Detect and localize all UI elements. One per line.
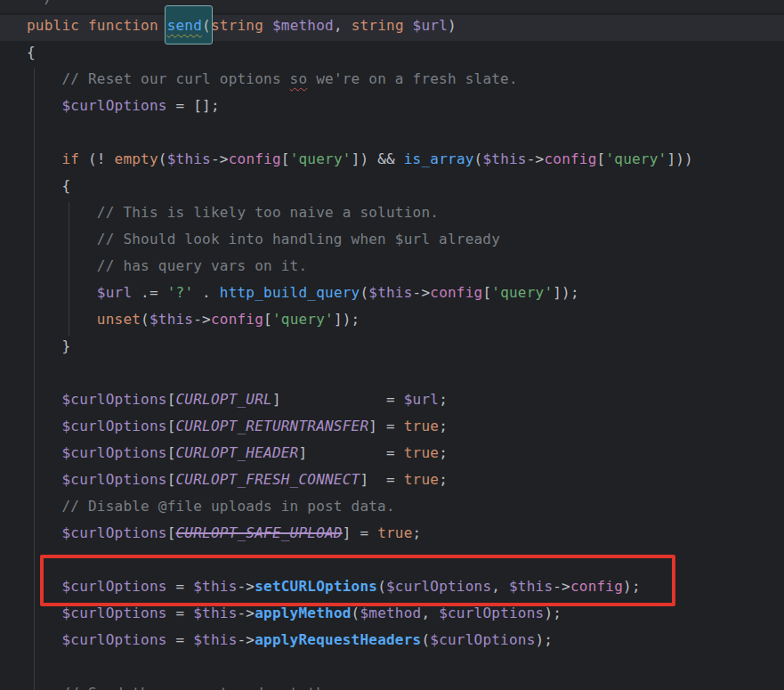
- token-pun: ]) &&: [352, 150, 404, 167]
- token-pun: [27, 150, 61, 167]
- code-line[interactable]: // Disable @file uploads in post data.: [27, 493, 693, 520]
- code-line[interactable]: $curlOptions = [];: [27, 93, 693, 119]
- token-pun: {: [27, 177, 70, 194]
- token-var: $url: [413, 17, 448, 34]
- token-pun: ->: [211, 150, 229, 167]
- token-pun: ->: [193, 311, 211, 328]
- token-pun: .: [193, 284, 220, 301]
- token-pun: ->: [553, 578, 570, 595]
- token-pun: (: [158, 150, 167, 167]
- code-line[interactable]: {: [27, 39, 693, 66]
- code-line[interactable]: unset($this->config['query']);: [27, 306, 693, 333]
- code-line[interactable]: public function send(string $method, str…: [27, 12, 693, 39]
- token-pun: [27, 97, 61, 114]
- code-line[interactable]: // Send the request and get the response…: [27, 680, 693, 690]
- code-line[interactable]: [27, 119, 693, 146]
- code-editor[interactable]: */public function send(string $method, s…: [0, 0, 784, 690]
- token-pun: [404, 17, 413, 34]
- code-line[interactable]: // This is likely too naive a solution.: [27, 199, 693, 226]
- token-str: 'query': [272, 311, 334, 328]
- token-pun: (: [474, 150, 483, 167]
- code-line[interactable]: [27, 653, 693, 680]
- token-kw: empty: [115, 150, 158, 167]
- token-pun: [: [263, 311, 272, 328]
- token-pun: [27, 444, 61, 461]
- token-str: 'query': [491, 284, 553, 301]
- token-const: CURLOPT_HEADER: [176, 444, 299, 461]
- token-const: CURLOPT_FRESH_CONNECT: [176, 471, 360, 488]
- code-content[interactable]: */public function send(string $method, s…: [27, 0, 693, 690]
- code-line[interactable]: [27, 360, 693, 386]
- code-line[interactable]: $curlOptions = $this->applyMethod($metho…: [27, 600, 693, 627]
- token-str: 'query': [290, 150, 352, 167]
- token-var: $curlOptions: [439, 605, 544, 621]
- token-pun: ] =: [368, 418, 403, 434]
- token-var: $curlOptions: [61, 631, 166, 648]
- token-var: $this: [482, 150, 526, 167]
- token-pun: [: [167, 391, 176, 408]
- token-var: $curlOptions: [61, 418, 166, 434]
- token-pun: ;: [439, 391, 448, 408]
- token-pun: [27, 498, 61, 515]
- code-line[interactable]: // Should look into handling when $url a…: [27, 226, 693, 253]
- token-pun: (: [141, 311, 150, 328]
- code-line[interactable]: // Reset our curl options so we're on a …: [27, 66, 693, 93]
- token-var: $url: [97, 284, 132, 301]
- token-prop: config: [211, 311, 263, 328]
- token-pun: ->: [237, 578, 255, 595]
- token-pun: ,: [334, 17, 352, 34]
- token-pun: ]);: [553, 284, 579, 301]
- identifier-selection-box: send(: [167, 12, 211, 39]
- token-kw: string: [352, 17, 404, 34]
- token-const: CURLOPT_RETURNTRANSFER: [176, 418, 369, 434]
- token-pun: );: [544, 605, 562, 621]
- code-line[interactable]: {: [27, 173, 693, 199]
- token-com: // has query vars on it.: [97, 257, 307, 274]
- token-prop: config: [430, 284, 482, 301]
- code-line[interactable]: [27, 547, 693, 573]
- token-var: $curlOptions: [61, 578, 166, 595]
- token-str: 'query': [605, 150, 667, 167]
- token-var: $curlOptions: [61, 97, 166, 114]
- code-line[interactable]: }: [27, 333, 693, 360]
- token-var: $method: [360, 605, 421, 621]
- token-pun: ,: [491, 578, 509, 595]
- code-line[interactable]: $curlOptions[CURLOPT_SAFE_UPLOAD] = true…: [27, 520, 693, 547]
- code-line[interactable]: $curlOptions = $this->setCURLOptions($cu…: [27, 573, 693, 600]
- token-pun: [27, 257, 97, 274]
- token-pun: ->: [237, 631, 255, 648]
- token-com: // This is likely too naive a solution.: [97, 204, 439, 221]
- token-pun: [: [167, 471, 176, 488]
- token-pun: (: [360, 284, 368, 301]
- token-pun: = [];: [167, 97, 220, 114]
- code-line[interactable]: if (! empty($this->config['query']) && i…: [27, 146, 693, 173]
- token-pun: [: [167, 418, 176, 434]
- token-pun: [27, 685, 61, 690]
- code-line[interactable]: $curlOptions[CURLOPT_RETURNTRANSFER] = t…: [27, 413, 693, 440]
- code-line[interactable]: $curlOptions = $this->applyRequestHeader…: [27, 627, 693, 653]
- code-line[interactable]: // has query vars on it.: [27, 253, 693, 280]
- token-pun: (: [421, 631, 430, 648]
- token-pun: ] =: [360, 471, 403, 488]
- code-line[interactable]: $curlOptions[CURLOPT_URL] = $url;: [27, 386, 693, 413]
- token-pun: (: [377, 578, 386, 595]
- token-pun: =: [167, 605, 194, 621]
- token-com: we're on a fresh slate.: [307, 70, 517, 87]
- token-com: // Send the request and get the response…: [61, 685, 421, 690]
- token-var: $this: [167, 150, 211, 167]
- token-var: $curlOptions: [430, 631, 535, 648]
- token-var: $method: [272, 17, 334, 34]
- code-line[interactable]: */: [27, 0, 693, 12]
- token-kw: true: [404, 444, 439, 461]
- token-fn: http_build_query: [220, 284, 360, 301]
- token-pun: (: [202, 17, 211, 34]
- code-line[interactable]: $url .= '?' . http_build_query($this->co…: [27, 280, 693, 306]
- code-line[interactable]: $curlOptions[CURLOPT_HEADER] = true;: [27, 440, 693, 467]
- token-pun: [: [167, 524, 176, 541]
- token-pun: ] =: [343, 524, 377, 541]
- token-pun: ->: [237, 605, 255, 621]
- token-var: $this: [193, 578, 237, 595]
- token-pun: [27, 311, 97, 328]
- token-pun: );: [536, 631, 554, 648]
- code-line[interactable]: $curlOptions[CURLOPT_FRESH_CONNECT] = tr…: [27, 467, 693, 493]
